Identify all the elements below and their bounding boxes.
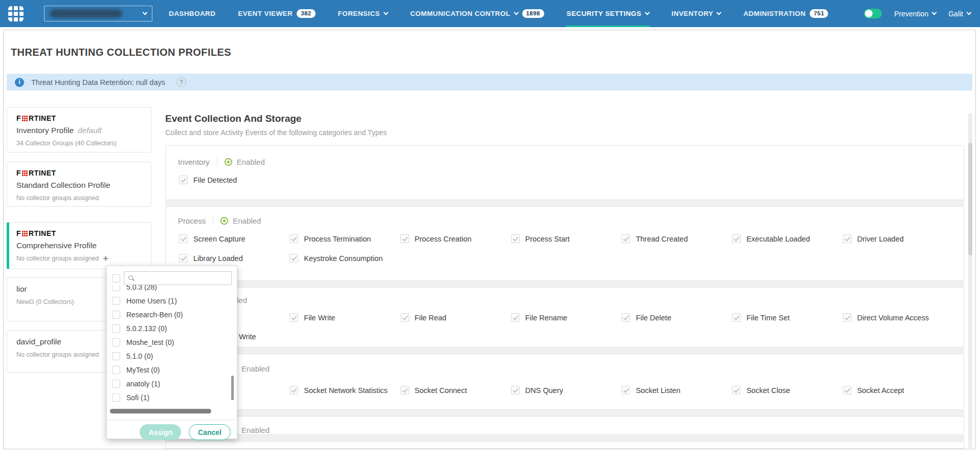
event-type-direct-volume-access: Direct Volume Access	[843, 313, 953, 322]
event-type-label: Driver Loaded	[857, 235, 904, 243]
popup-vertical-scrollbar[interactable]	[231, 376, 234, 400]
event-type-file-rename: File Rename	[511, 313, 621, 322]
event-type-checkbox[interactable]	[843, 234, 852, 243]
event-type-checkbox[interactable]	[843, 313, 852, 322]
enabled-radio-icon[interactable]	[225, 158, 232, 166]
enabled-radio-icon[interactable]	[220, 217, 228, 225]
nav-item-forensics[interactable]: FORENSICS	[338, 0, 388, 27]
collector-group-option-5-0-2-132-0[interactable]: 5.0.2.132 (0)	[107, 321, 237, 335]
nav-item-event-viewer[interactable]: EVENT VIEWER382	[238, 0, 315, 27]
event-type-checkbox[interactable]	[732, 386, 741, 395]
user-menu[interactable]: Galit	[948, 10, 971, 18]
chevron-down-icon	[514, 10, 519, 15]
fortinet-wordmark-logo: FRTINET	[16, 229, 142, 237]
toggle-knob	[865, 10, 873, 17]
category-status: Enabled	[233, 216, 261, 225]
nav-item-security-settings[interactable]: SECURITY SETTINGS	[567, 0, 649, 27]
option-checkbox[interactable]	[112, 352, 120, 360]
mode-label: Prevention	[894, 10, 928, 18]
option-checkbox[interactable]	[112, 394, 120, 402]
select-all-checkbox[interactable]	[112, 274, 120, 282]
event-type-label: Socket Accept	[857, 386, 904, 395]
event-type-checkbox[interactable]	[179, 254, 188, 263]
profile-card-comprehensive-profile[interactable]: FRTINETComprehensive ProfileNo collector…	[7, 222, 151, 269]
profile-card-standard-collection-profile[interactable]: FRTINETStandard Collection ProfileNo col…	[7, 162, 151, 207]
info-icon: i	[15, 78, 24, 87]
fortinet-grid-icon	[22, 116, 28, 121]
mode-menu[interactable]: Prevention	[894, 10, 936, 18]
event-type-checkbox[interactable]	[511, 386, 520, 395]
nav-item-administration[interactable]: ADMINISTRATION751	[743, 0, 828, 27]
event-type-file-read: File Read	[400, 313, 511, 322]
event-categories-panel: InventoryEnabledFile DetectedProcessEnab…	[165, 145, 964, 449]
collector-group-option-sofi-1[interactable]: Sofi (1)	[107, 390, 237, 404]
event-type-checkbox[interactable]	[400, 386, 409, 395]
event-type-checkbox[interactable]	[511, 313, 520, 322]
help-icon[interactable]: ?	[176, 77, 186, 87]
event-type-checkbox[interactable]	[511, 234, 520, 243]
search-input[interactable]	[138, 274, 228, 282]
nav-item-dashboard[interactable]: DASHBOARD	[169, 0, 215, 27]
event-type-checkbox[interactable]	[179, 234, 188, 243]
option-checkbox[interactable]	[112, 366, 120, 374]
event-type-label: Socket Listen	[636, 386, 680, 395]
collector-group-option-mytest-0[interactable]: MyTest (0)	[107, 363, 237, 377]
event-type-checkbox[interactable]	[843, 386, 852, 395]
fortinet-app-logo-icon[interactable]	[8, 6, 24, 21]
event-type-checkbox[interactable]	[732, 313, 741, 322]
event-type-checkbox[interactable]	[289, 234, 298, 243]
option-checkbox[interactable]	[112, 311, 120, 319]
profile-name: lior	[16, 285, 27, 293]
profile-name: david_profile	[16, 337, 61, 346]
divider	[213, 216, 213, 225]
nav-item-inventory[interactable]: INVENTORY	[672, 0, 721, 27]
event-type-row: Library LoadedKeystroke Consumption	[179, 254, 953, 263]
fortinet-grid-icon	[22, 170, 28, 176]
event-type-checkbox[interactable]	[289, 254, 298, 263]
collector-group-option-research-ben-0[interactable]: Research-Ben (0)	[107, 308, 237, 321]
collector-group-option-home-users-1[interactable]: Home Users (1)	[107, 294, 237, 308]
assign-button[interactable]: Assign	[140, 424, 181, 440]
popup-search-row	[112, 271, 232, 285]
add-collector-group-button[interactable]: +	[103, 255, 108, 261]
event-type-socket-listen: Socket Listen	[621, 386, 732, 395]
event-type-checkbox[interactable]	[621, 386, 630, 395]
nav-item-communication-control[interactable]: COMMUNICATION CONTROL1898	[410, 0, 544, 27]
main-scrollbar-thumb[interactable]	[968, 143, 972, 255]
option-checkbox[interactable]	[112, 297, 120, 305]
event-type-executable-loaded: Executable Loaded	[732, 234, 842, 243]
cancel-button[interactable]: Cancel	[189, 424, 231, 440]
category-status: Enabled	[241, 364, 270, 373]
organization-select[interactable]	[44, 6, 152, 21]
event-type-checkbox[interactable]	[289, 386, 298, 395]
event-type-checkbox[interactable]	[621, 234, 630, 243]
main-scrollbar[interactable]	[968, 113, 972, 448]
collector-group-option-5-1-0-0[interactable]: 5.1.0 (0)	[107, 349, 237, 363]
event-type-process-creation: Process Creation	[400, 234, 511, 243]
event-type-checkbox[interactable]	[621, 313, 630, 322]
option-checkbox[interactable]	[112, 324, 120, 333]
option-checkbox[interactable]	[112, 285, 120, 291]
category-status: Enabled	[241, 426, 270, 434]
chevron-down-icon	[644, 10, 650, 15]
event-type-checkbox[interactable]	[289, 313, 298, 322]
collector-group-option-anatoly-1[interactable]: anatoly (1)	[107, 377, 237, 390]
event-type-checkbox[interactable]	[179, 176, 188, 184]
prevention-mode-toggle[interactable]	[864, 9, 882, 18]
event-type-label: Write	[239, 333, 256, 341]
option-label: Moshe_test (0)	[126, 338, 174, 346]
banner-text: Threat Hunting Data Retention: null days	[31, 78, 165, 86]
chevron-down-icon	[967, 10, 972, 15]
event-type-checkbox[interactable]	[732, 234, 741, 243]
collector-group-option-moshe-test-0[interactable]: Moshe_test (0)	[107, 335, 237, 349]
option-checkbox[interactable]	[112, 380, 120, 388]
event-type-checkbox[interactable]	[400, 313, 409, 322]
event-type-label: File Detected	[193, 176, 237, 184]
popup-horizontal-scrollbar[interactable]	[110, 409, 211, 413]
collector-group-option-5-0-3-28[interactable]: 5.0.3 (28)	[107, 285, 237, 294]
search-box[interactable]	[124, 271, 232, 285]
option-checkbox[interactable]	[112, 338, 120, 346]
profile-card-inventory-profile[interactable]: FRTINETInventory Profiledefault34 Collec…	[7, 107, 151, 152]
event-type-checkbox[interactable]	[400, 234, 409, 243]
event-type-label: Direct Volume Access	[857, 314, 929, 322]
